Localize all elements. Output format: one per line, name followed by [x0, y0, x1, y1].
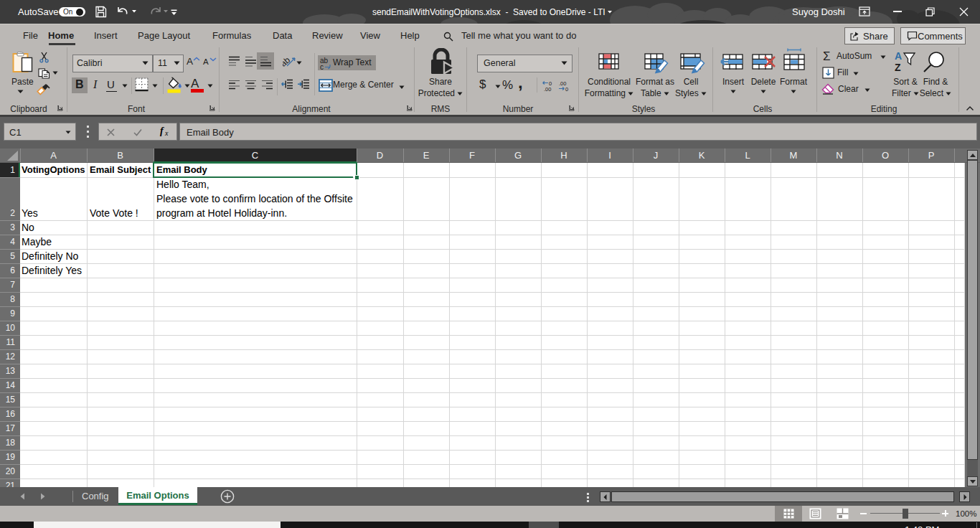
svg-text:A: A	[895, 50, 902, 62]
svg-text:0: 0	[565, 86, 568, 92]
svg-text:c: c	[320, 63, 324, 70]
svg-text:Z: Z	[895, 62, 901, 73]
svg-text:.00: .00	[544, 86, 551, 92]
